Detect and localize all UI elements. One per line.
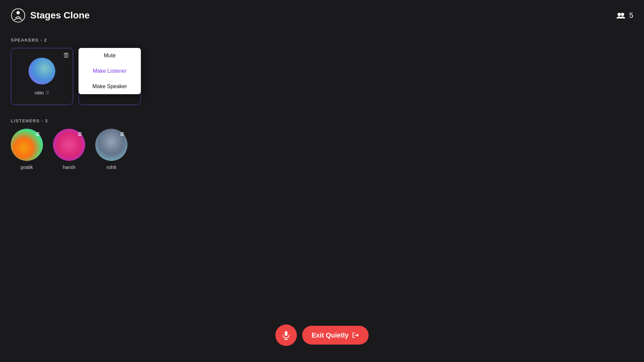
exit-quietly-label: Exit Quietly	[312, 331, 348, 339]
speaker-nitin-avatar	[29, 58, 55, 84]
svg-rect-4	[285, 331, 287, 336]
app-header: Stages Clone 5	[0, 0, 644, 31]
speakers-grid: ☰ nitin 🎙̸ ☰ Mute Make Listener Make Spe…	[11, 48, 633, 105]
listener-pratik-label: pratik	[21, 164, 33, 170]
listeners-count-label: LISTENERS - 3	[11, 118, 48, 123]
svg-point-3	[621, 13, 624, 16]
exit-quietly-button[interactable]: Exit Quietly	[302, 326, 369, 345]
bottom-bar: Exit Quietly	[275, 324, 369, 346]
speakers-section: ☰ nitin 🎙̸ ☰ Mute Make Listener Make Spe…	[0, 48, 644, 105]
participant-count-area: 5	[616, 11, 633, 20]
listener-pratik: ☰ pratik	[11, 129, 43, 170]
speakers-label: SPEAKERS - 2	[0, 38, 644, 43]
participants-icon	[616, 12, 626, 19]
app-logo-icon	[11, 8, 25, 23]
listener-rohit: ☰ rohit	[95, 129, 127, 170]
svg-point-0	[11, 9, 25, 22]
participant-count: 5	[629, 11, 633, 20]
speaker-context-menu: Mute Make Listener Make Speaker	[78, 48, 141, 94]
speaker-card-nitin: ☰ nitin 🎙̸	[11, 48, 73, 105]
dropdown-make-speaker[interactable]: Make Speaker	[78, 79, 141, 94]
speaker-nitin-name-row: nitin 🎙̸	[35, 90, 49, 96]
listener-rohit-avatar[interactable]: ☰	[95, 129, 127, 161]
listener-rohit-menu-icon[interactable]: ☰	[120, 132, 124, 136]
svg-point-2	[618, 13, 621, 16]
speaker-nitin-label: nitin	[35, 90, 44, 96]
speaker-card-second-wrapper: ☰ Mute Make Listener Make Speaker	[78, 48, 141, 105]
app-title: Stages Clone	[30, 10, 90, 21]
listener-rohit-label: rohit	[106, 164, 116, 170]
listener-harsh-avatar[interactable]: ☰	[53, 129, 85, 161]
exit-icon	[352, 331, 359, 339]
dropdown-make-listener[interactable]: Make Listener	[78, 63, 141, 79]
listeners-grid: ☰ pratik ☰ harsh ☰ rohit	[11, 129, 633, 170]
speaker-nitin-muted-icon: 🎙̸	[46, 90, 49, 95]
listener-harsh: ☰ harsh	[53, 129, 85, 170]
speaker-nitin-menu-icon[interactable]: ☰	[63, 52, 69, 58]
dropdown-mute[interactable]: Mute	[78, 48, 141, 63]
listener-pratik-menu-icon[interactable]: ☰	[36, 132, 40, 136]
listener-harsh-label: harsh	[63, 164, 75, 170]
app-branding: Stages Clone	[11, 8, 90, 23]
listeners-label: LISTENERS - 3	[0, 118, 644, 123]
mic-button[interactable]	[275, 324, 297, 346]
listener-harsh-menu-icon[interactable]: ☰	[78, 132, 82, 136]
listeners-section: ☰ pratik ☰ harsh ☰ rohit	[0, 129, 644, 170]
mic-icon	[281, 330, 291, 340]
svg-point-1	[16, 11, 20, 14]
listener-pratik-avatar[interactable]: ☰	[11, 129, 43, 161]
